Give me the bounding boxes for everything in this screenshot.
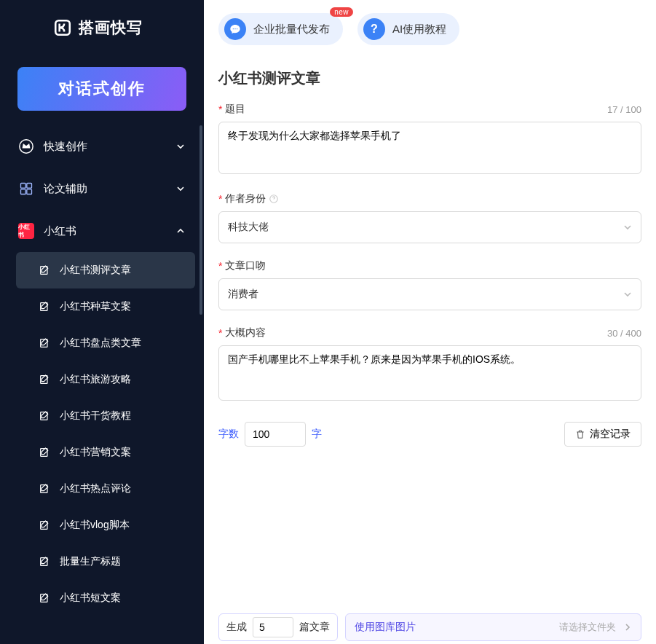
pill-label: 企业批量代发布	[253, 23, 330, 36]
wordcount-input[interactable]	[245, 422, 306, 447]
outline-input[interactable]	[218, 345, 641, 401]
logo-icon	[52, 17, 73, 38]
field-label: 作者身份	[225, 192, 266, 205]
svg-rect-3	[27, 184, 32, 189]
enterprise-publish-button[interactable]: 企业批量代发布 new	[218, 13, 343, 45]
grid-icon	[17, 180, 35, 197]
select-value: 消费者	[228, 288, 258, 301]
subnav-item-label: 小红书短文案	[60, 592, 121, 605]
svg-rect-4	[21, 189, 26, 195]
field-tone: * 文章口吻 消费者	[218, 259, 641, 310]
chevron-down-icon	[175, 183, 186, 195]
sidebar-item-thesis-assist[interactable]: 论文辅助	[9, 168, 195, 210]
field-author: * 作者身份 科技大佬	[218, 192, 641, 243]
subnav-item-label: 小红书热点评论	[60, 482, 131, 495]
pill-label: AI使用教程	[392, 23, 446, 36]
required-mark: *	[218, 327, 222, 339]
chat-icon	[224, 18, 246, 40]
author-select[interactable]: 科技大佬	[218, 211, 641, 243]
gen-suffix: 篇文章	[299, 621, 330, 634]
ai-tutorial-button[interactable]: ? AI使用教程	[357, 13, 459, 45]
button-label: 清空记录	[590, 428, 631, 441]
sidebar-item-label: 快速创作	[44, 140, 166, 154]
subnav-item-travel-guide[interactable]: 小红书旅游攻略	[16, 361, 195, 398]
svg-rect-5	[27, 189, 32, 195]
edit-icon	[38, 482, 51, 495]
subnav-item-label: 小红书营销文案	[60, 446, 131, 459]
edit-icon	[38, 446, 51, 459]
chevron-right-icon	[623, 623, 632, 632]
subnav-item-label: 批量生产标题	[60, 555, 121, 568]
chevron-up-icon	[175, 225, 186, 237]
svg-rect-2	[21, 184, 26, 189]
help-icon	[269, 194, 279, 204]
subnav-item-label: 小红书旅游攻略	[60, 373, 131, 386]
sidebar-subnav: 小红书测评文章 小红书种草文案 小红书盘点类文章 小红书旅游攻略 小红书干货教程	[9, 252, 195, 616]
lib-label: 使用图库图片	[355, 621, 416, 634]
field-title: * 题目 17 / 100	[218, 103, 641, 176]
title-input[interactable]	[218, 122, 641, 174]
tone-select[interactable]: 消费者	[218, 278, 641, 310]
subnav-item-roundup[interactable]: 小红书盘点类文章	[16, 325, 195, 361]
sidebar-item-quick-create[interactable]: 快速创作	[9, 125, 195, 168]
clear-history-button[interactable]: 清空记录	[564, 422, 641, 447]
subnav-item-label: 小红书干货教程	[60, 409, 131, 423]
required-mark: *	[218, 193, 222, 205]
subnav-item-hot-comments[interactable]: 小红书热点评论	[16, 471, 195, 507]
required-mark: *	[218, 103, 222, 115]
image-library-select[interactable]: 使用图库图片 请选择文件夹	[345, 613, 641, 641]
edit-icon	[38, 337, 51, 350]
subnav-item-label: 小红书测评文章	[60, 264, 131, 277]
content: 小红书测评文章 * 题目 17 / 100 * 作者身份	[204, 58, 656, 644]
subnav-item-label: 小红书vlog脚本	[60, 519, 130, 532]
sidebar-item-label: 论文辅助	[44, 182, 166, 196]
chevron-down-icon	[623, 223, 632, 232]
subnav-item-vlog-script[interactable]: 小红书vlog脚本	[16, 507, 195, 543]
svg-point-16	[233, 28, 234, 29]
chevron-down-icon	[623, 290, 632, 299]
char-counter: 17 / 100	[607, 104, 641, 115]
svg-point-18	[237, 28, 237, 29]
subnav-item-short-copy[interactable]: 小红书短文案	[16, 580, 195, 616]
field-label: 大概内容	[225, 326, 266, 339]
topbar: 企业批量代发布 new ? AI使用教程	[204, 0, 656, 58]
wordcount-suffix: 字	[312, 428, 322, 441]
logo: 搭画快写	[0, 0, 204, 55]
subnav-item-seeding-copy[interactable]: 小红书种草文案	[16, 288, 195, 325]
edit-icon	[38, 300, 51, 313]
sidebar-nav: 快速创作 论文辅助 小红书 小红书	[0, 125, 204, 616]
edit-icon	[38, 264, 51, 277]
subnav-item-label: 小红书盘点类文章	[60, 337, 141, 350]
edit-icon	[38, 373, 51, 386]
subnav-item-batch-titles[interactable]: 批量生产标题	[16, 543, 195, 580]
field-outline: * 大概内容 30 / 400	[218, 326, 641, 403]
svg-point-17	[234, 28, 235, 29]
subnav-item-review-article[interactable]: 小红书测评文章	[16, 252, 195, 288]
bottom-bar: 生成 篇文章 使用图库图片 请选择文件夹	[218, 606, 641, 644]
edit-icon	[38, 592, 51, 605]
chevron-down-icon	[175, 141, 186, 152]
conversation-create-button[interactable]: 对话式创作	[17, 67, 186, 111]
required-mark: *	[218, 260, 222, 272]
logo-text: 搭画快写	[79, 17, 143, 38]
sidebar-item-xiaohongshu[interactable]: 小红书 小红书	[9, 210, 195, 252]
tools-row: 字数 字 清空记录	[218, 422, 641, 447]
gen-count-input[interactable]	[253, 617, 293, 637]
field-label: 题目	[225, 103, 245, 116]
edit-icon	[38, 409, 51, 423]
sidebar-item-label: 小红书	[44, 224, 166, 238]
field-label: 文章口吻	[225, 259, 266, 272]
select-value: 科技大佬	[228, 221, 269, 234]
char-counter: 30 / 400	[607, 328, 641, 339]
wordcount-prefix: 字数	[218, 428, 239, 441]
generate-count-group: 生成 篇文章	[218, 613, 338, 641]
page-title: 小红书测评文章	[218, 68, 641, 88]
subnav-item-marketing-copy[interactable]: 小红书营销文案	[16, 434, 195, 471]
trash-icon	[575, 429, 585, 439]
sidebar: 搭画快写 对话式创作 快速创作 论文辅助	[0, 0, 204, 644]
lib-placeholder: 请选择文件夹	[559, 621, 616, 634]
question-icon: ?	[363, 18, 385, 40]
edit-icon	[38, 555, 51, 568]
subnav-item-tutorial[interactable]: 小红书干货教程	[16, 398, 195, 434]
scrollbar[interactable]	[199, 125, 202, 315]
